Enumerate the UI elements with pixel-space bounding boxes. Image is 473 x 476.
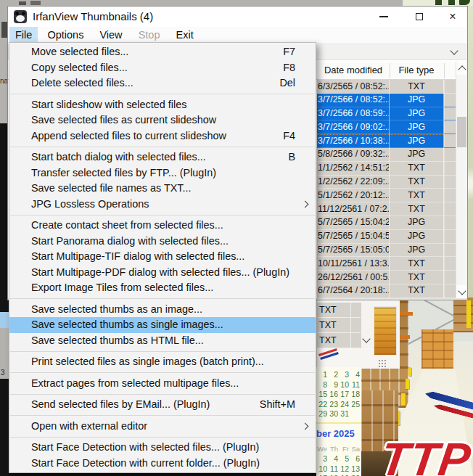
- calendar-day: 31: [338, 409, 349, 419]
- file-type: TXT: [390, 163, 443, 173]
- file-row[interactable]: 5/7/2565 / 15:04:52JPG: [317, 230, 456, 244]
- menu-item-multipage-tif[interactable]: Start Multipage-TIF dialog with selected…: [9, 249, 316, 265]
- row-tail-cell: [444, 284, 456, 298]
- file-row-focused[interactable]: 3/7/2566 / 10:38:...JPG: [317, 134, 456, 148]
- row-tail-cell: [444, 271, 456, 284]
- calendar-day: 6: [349, 454, 360, 464]
- menu-item-move-selected-files[interactable]: Move selected files...F7: [9, 44, 316, 60]
- file-date: 1/1/2562 / 14:51:23: [318, 163, 389, 173]
- file-row[interactable]: 3/7/2566 / 08:52:...JPG: [317, 94, 456, 107]
- menu-item-label: Start slideshow with selected files: [31, 99, 186, 110]
- menu-item-label: Save selected files as current slideshow: [31, 114, 216, 126]
- calendar-weekday-header: WeThFrSa: [316, 445, 360, 453]
- titlebar[interactable]: IrfanView Thumbnails (4) ×: [8, 7, 467, 27]
- menu-separator: [10, 215, 315, 216]
- menu-item-save-thumbs-single-images[interactable]: Save selected thumbs as single images...: [9, 317, 316, 333]
- column-divider[interactable]: [444, 63, 445, 78]
- menubar-item-view[interactable]: View: [93, 27, 128, 43]
- menubar-item-options[interactable]: Options: [41, 27, 90, 43]
- menu-item-label: Export Image Tiles from selected files..…: [31, 282, 213, 293]
- menu-item-export-image-tiles[interactable]: Export Image Tiles from selected files..…: [9, 280, 316, 296]
- calendar-widget[interactable]: 1234 891011 15161718 22232425 293031 ber…: [316, 367, 361, 476]
- menu-item-save-names-txt[interactable]: Save selected file names as TXT...: [9, 181, 316, 197]
- file-date: 3/7/2566 / 10:38:...: [318, 136, 389, 146]
- menu-item-multipage-pdf[interactable]: Start Multipage-PDF dialog with selected…: [9, 265, 316, 281]
- menu-item-start-slideshow[interactable]: Start slideshow with selected files: [9, 97, 316, 113]
- menu-item-shortcut: F4: [283, 128, 295, 144]
- menu-item-panorama-dialog[interactable]: Start Panorama dialog with selected file…: [9, 234, 316, 250]
- maximize-button[interactable]: [407, 7, 432, 27]
- scroll-down-button[interactable]: [456, 285, 467, 298]
- calendar-day: 18: [349, 390, 360, 400]
- menu-item-extract-pages[interactable]: Extract pages from selected multipage fi…: [9, 376, 316, 392]
- file-date: 5/7/2565 / 15:05:03: [318, 245, 389, 255]
- file-row[interactable]: 10/11/2561 / 13:3...TXT: [317, 257, 456, 271]
- file-row[interactable]: 5/7/2565 / 15:04:28JPG: [317, 216, 456, 230]
- menu-item-label: Extract pages from selected multipage fi…: [31, 377, 239, 389]
- resize-grip[interactable]: [378, 359, 386, 367]
- menu-item-copy-selected-files[interactable]: Copy selected files...F8: [9, 60, 316, 76]
- background-fragment: [19, 1, 26, 5]
- menu-item-face-detection-selected[interactable]: Start Face Detection with selected files…: [9, 440, 316, 456]
- file-row[interactable]: 5/1/2562 / 20:12:...TXT: [317, 189, 456, 202]
- file-date: 5/7/2565 / 15:04:52: [318, 231, 389, 241]
- file-date: 5/8/2566 / 09:32:...: [318, 149, 389, 159]
- menubar-item-exit[interactable]: Exit: [170, 27, 200, 43]
- menu-separator: [10, 94, 315, 94]
- menu-separator: [10, 372, 315, 373]
- scrollbar-thumb[interactable]: [457, 117, 466, 147]
- file-row[interactable]: 5/8/2566 / 09:32:...JPG: [317, 148, 456, 162]
- mini-thumbnail-image[interactable]: [374, 306, 397, 356]
- menu-item-create-contact-sheet[interactable]: Create contact sheet from selected files…: [9, 218, 316, 234]
- chevron-right-icon: [302, 422, 309, 430]
- close-button[interactable]: ×: [440, 7, 465, 27]
- menu-item-print-batch[interactable]: Print selected files as single images (b…: [9, 354, 316, 370]
- menu-item-delete-selected-files[interactable]: Delete selected files...Del: [9, 75, 316, 91]
- calendar-day: 23: [327, 400, 338, 410]
- column-header-file-type[interactable]: File type: [390, 65, 443, 75]
- mini-list-row[interactable]: TXT: [317, 333, 361, 348]
- menubar-item-stop[interactable]: Stop: [132, 27, 167, 43]
- menu-item-label: Start Face Detection with current folder…: [31, 457, 260, 469]
- calendar-day: 3: [338, 370, 349, 380]
- calendar-day: 29: [316, 409, 327, 419]
- mini-list-row[interactable]: TXT: [317, 318, 361, 333]
- menu-item-face-detection-folder[interactable]: Start Face Detection with current folder…: [9, 456, 316, 472]
- menu-item-open-external-editor[interactable]: Open with external editor: [9, 419, 316, 435]
- file-row[interactable]: 1/1/2562 / 14:51:23TXT: [317, 162, 456, 176]
- calendar-day: 25: [349, 400, 360, 410]
- file-row[interactable]: 5/7/2565 / 15:05:03JPG: [317, 244, 456, 258]
- menu-item-save-thumbs-as-image[interactable]: Save selected thumbs as an image...: [9, 302, 316, 318]
- mini-list-row[interactable]: TXT: [317, 303, 361, 318]
- column-divider[interactable]: [390, 63, 390, 78]
- file-row[interactable]: 11/12/2561 / 07:2...TXT: [317, 202, 456, 216]
- menu-item-start-batch-dialog[interactable]: Start batch dialog with selected files..…: [9, 149, 316, 165]
- menu-item-save-current-slideshow[interactable]: Save selected files as current slideshow: [9, 112, 316, 128]
- file-date: 3/7/2566 / 08:52:...: [318, 94, 389, 104]
- file-row[interactable]: 6/7/2564 / 20:18:...TXT: [317, 284, 456, 298]
- menu-item-append-to-slideshow[interactable]: Append selected files to current slidesh…: [9, 128, 316, 144]
- background-fragment: [468, 162, 473, 205]
- calendar-weekday: We: [316, 445, 327, 453]
- menu-item-send-email[interactable]: Send selected files by EMail... (PlugIn)…: [9, 397, 316, 413]
- column-header-date-modified[interactable]: Date modified: [317, 65, 390, 75]
- cell-divider: [350, 333, 351, 348]
- menu-item-jpg-lossless[interactable]: JPG Lossless Operations: [9, 197, 316, 213]
- file-row[interactable]: 26/12/2561 / 00:5...TXT: [317, 271, 456, 284]
- scroll-up-button[interactable]: [456, 62, 467, 75]
- file-row[interactable]: 3/7/2566 / 08:59:...JPG: [317, 107, 456, 121]
- menu-item-label: Save selected file names as TXT...: [31, 182, 192, 194]
- vertical-scrollbar[interactable]: [456, 62, 467, 298]
- menu-item-label: Print selected files as single images (b…: [31, 356, 264, 367]
- file-row[interactable]: 6/3/2565 / 08:52:...TXT: [317, 80, 456, 94]
- menu-item-label: Copy selected files...: [31, 62, 128, 73]
- calendar-day: 16: [327, 390, 338, 400]
- menu-item-transfer-ftp[interactable]: Transfer selected files by FTP... (PlugI…: [9, 165, 316, 181]
- menubar-item-file[interactable]: File: [9, 27, 38, 43]
- minimize-button[interactable]: [371, 7, 396, 27]
- menu-item-save-thumbs-html[interactable]: Save selected thumbs as HTML file...: [9, 333, 316, 349]
- file-type: TXT: [390, 285, 443, 295]
- file-row[interactable]: 1/2/2562 / 22:09:...TXT: [317, 176, 456, 189]
- file-row[interactable]: 3/7/2566 / 09:02:...JPG: [317, 120, 456, 134]
- minimize-icon: [379, 16, 388, 17]
